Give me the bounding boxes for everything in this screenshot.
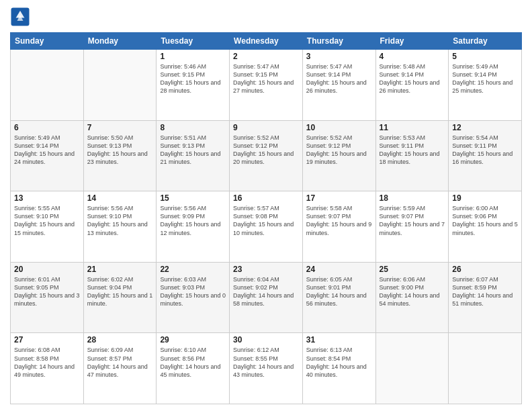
day-number: 27 [14,335,80,345]
day-number: 10 [306,123,372,132]
day-detail: Sunrise: 6:12 AM Sunset: 8:55 PM Dayligh… [233,346,299,379]
week-row-3: 13Sunrise: 5:55 AM Sunset: 9:10 PM Dayli… [11,191,522,263]
day-cell: 14Sunrise: 5:56 AM Sunset: 9:10 PM Dayli… [83,191,157,263]
day-number: 20 [14,265,80,274]
day-detail: Sunrise: 5:58 AM Sunset: 9:07 PM Dayligh… [306,204,372,237]
day-detail: Sunrise: 5:50 AM Sunset: 9:13 PM Dayligh… [87,134,153,167]
day-detail: Sunrise: 5:47 AM Sunset: 9:15 PM Dayligh… [233,62,299,95]
day-cell: 31Sunrise: 6:13 AM Sunset: 8:54 PM Dayli… [302,333,375,404]
day-detail: Sunrise: 6:04 AM Sunset: 9:02 PM Dayligh… [233,275,299,308]
weekday-header-row: SundayMondayTuesdayWednesdayThursdayFrid… [11,33,522,50]
day-detail: Sunrise: 5:55 AM Sunset: 9:10 PM Dayligh… [14,204,80,237]
day-cell: 1Sunrise: 5:46 AM Sunset: 9:15 PM Daylig… [157,50,230,121]
day-detail: Sunrise: 6:09 AM Sunset: 8:57 PM Dayligh… [87,346,153,379]
day-number: 31 [306,335,372,345]
day-cell: 30Sunrise: 6:12 AM Sunset: 8:55 PM Dayli… [230,333,303,404]
day-detail: Sunrise: 5:46 AM Sunset: 9:15 PM Dayligh… [160,62,226,95]
day-cell: 10Sunrise: 5:52 AM Sunset: 9:12 PM Dayli… [302,120,375,191]
header [10,7,522,27]
day-number: 2 [233,52,299,61]
day-cell: 11Sunrise: 5:53 AM Sunset: 9:11 PM Dayli… [375,120,449,191]
day-number: 12 [452,123,518,132]
weekday-header-saturday: Saturday [449,33,522,50]
day-detail: Sunrise: 5:52 AM Sunset: 9:12 PM Dayligh… [233,134,299,167]
day-number: 9 [233,123,299,132]
day-detail: Sunrise: 6:10 AM Sunset: 8:56 PM Dayligh… [160,346,226,379]
logo [10,7,33,27]
day-cell: 22Sunrise: 6:03 AM Sunset: 9:03 PM Dayli… [157,262,230,333]
day-cell: 21Sunrise: 6:02 AM Sunset: 9:04 PM Dayli… [83,262,157,333]
day-cell [11,50,84,121]
day-cell: 16Sunrise: 5:57 AM Sunset: 9:08 PM Dayli… [230,191,303,263]
day-number: 23 [233,265,299,274]
day-cell: 19Sunrise: 6:00 AM Sunset: 9:06 PM Dayli… [449,191,522,263]
day-number: 26 [452,265,518,274]
day-detail: Sunrise: 6:06 AM Sunset: 9:00 PM Dayligh… [380,275,445,308]
weekday-header-monday: Monday [83,33,157,50]
day-number: 8 [160,123,226,132]
logo-icon [10,7,30,27]
day-number: 11 [380,123,445,132]
week-row-5: 27Sunrise: 6:08 AM Sunset: 8:58 PM Dayli… [11,333,522,404]
day-cell: 8Sunrise: 5:51 AM Sunset: 9:13 PM Daylig… [157,120,230,191]
day-cell: 17Sunrise: 5:58 AM Sunset: 9:07 PM Dayli… [302,191,375,263]
day-detail: Sunrise: 5:52 AM Sunset: 9:12 PM Dayligh… [306,134,372,167]
day-number: 30 [233,335,299,345]
day-cell: 9Sunrise: 5:52 AM Sunset: 9:12 PM Daylig… [230,120,303,191]
day-cell: 20Sunrise: 6:01 AM Sunset: 9:05 PM Dayli… [11,262,84,333]
weekday-header-thursday: Thursday [302,33,375,50]
weekday-header-wednesday: Wednesday [230,33,303,50]
day-number: 29 [160,335,226,345]
day-cell: 25Sunrise: 6:06 AM Sunset: 9:00 PM Dayli… [375,262,449,333]
day-number: 19 [452,193,518,203]
day-detail: Sunrise: 5:47 AM Sunset: 9:14 PM Dayligh… [306,62,372,95]
day-number: 16 [233,193,299,203]
day-cell: 27Sunrise: 6:08 AM Sunset: 8:58 PM Dayli… [11,333,84,404]
day-cell: 23Sunrise: 6:04 AM Sunset: 9:02 PM Dayli… [230,262,303,333]
day-number: 7 [87,123,153,132]
day-number: 13 [14,193,80,203]
day-number: 3 [306,52,372,61]
day-detail: Sunrise: 5:56 AM Sunset: 9:10 PM Dayligh… [87,204,153,237]
weekday-header-friday: Friday [375,33,449,50]
day-cell: 29Sunrise: 6:10 AM Sunset: 8:56 PM Dayli… [157,333,230,404]
day-number: 5 [452,52,518,61]
day-number: 25 [380,265,445,274]
day-detail: Sunrise: 6:00 AM Sunset: 9:06 PM Dayligh… [452,204,518,237]
day-detail: Sunrise: 6:13 AM Sunset: 8:54 PM Dayligh… [306,346,372,379]
day-detail: Sunrise: 6:03 AM Sunset: 9:03 PM Dayligh… [160,275,226,308]
day-number: 4 [380,52,445,61]
day-detail: Sunrise: 5:49 AM Sunset: 9:14 PM Dayligh… [14,134,80,167]
week-row-2: 6Sunrise: 5:49 AM Sunset: 9:14 PM Daylig… [11,120,522,191]
day-cell: 24Sunrise: 6:05 AM Sunset: 9:01 PM Dayli… [302,262,375,333]
day-number: 21 [87,265,153,274]
weekday-header-sunday: Sunday [11,33,84,50]
day-cell: 12Sunrise: 5:54 AM Sunset: 9:11 PM Dayli… [449,120,522,191]
day-cell: 15Sunrise: 5:56 AM Sunset: 9:09 PM Dayli… [157,191,230,263]
day-number: 14 [87,193,153,203]
day-cell: 28Sunrise: 6:09 AM Sunset: 8:57 PM Dayli… [83,333,157,404]
day-cell: 2Sunrise: 5:47 AM Sunset: 9:15 PM Daylig… [230,50,303,121]
day-number: 22 [160,265,226,274]
day-detail: Sunrise: 5:48 AM Sunset: 9:14 PM Dayligh… [380,62,445,95]
day-number: 15 [160,193,226,203]
day-number: 18 [380,193,445,203]
day-cell: 3Sunrise: 5:47 AM Sunset: 9:14 PM Daylig… [302,50,375,121]
day-cell: 6Sunrise: 5:49 AM Sunset: 9:14 PM Daylig… [11,120,84,191]
day-number: 24 [306,265,372,274]
calendar-table: SundayMondayTuesdayWednesdayThursdayFrid… [10,32,522,404]
day-detail: Sunrise: 6:02 AM Sunset: 9:04 PM Dayligh… [87,275,153,308]
day-number: 6 [14,123,80,132]
day-detail: Sunrise: 5:49 AM Sunset: 9:14 PM Dayligh… [452,62,518,95]
day-cell: 7Sunrise: 5:50 AM Sunset: 9:13 PM Daylig… [83,120,157,191]
day-detail: Sunrise: 6:08 AM Sunset: 8:58 PM Dayligh… [14,346,80,379]
day-cell: 4Sunrise: 5:48 AM Sunset: 9:14 PM Daylig… [375,50,449,121]
day-detail: Sunrise: 6:01 AM Sunset: 9:05 PM Dayligh… [14,275,80,308]
day-detail: Sunrise: 5:53 AM Sunset: 9:11 PM Dayligh… [380,134,445,167]
day-cell: 26Sunrise: 6:07 AM Sunset: 8:59 PM Dayli… [449,262,522,333]
week-row-1: 1Sunrise: 5:46 AM Sunset: 9:15 PM Daylig… [11,50,522,121]
day-cell: 13Sunrise: 5:55 AM Sunset: 9:10 PM Dayli… [11,191,84,263]
day-number: 17 [306,193,372,203]
day-detail: Sunrise: 5:54 AM Sunset: 9:11 PM Dayligh… [452,134,518,167]
day-detail: Sunrise: 5:57 AM Sunset: 9:08 PM Dayligh… [233,204,299,237]
